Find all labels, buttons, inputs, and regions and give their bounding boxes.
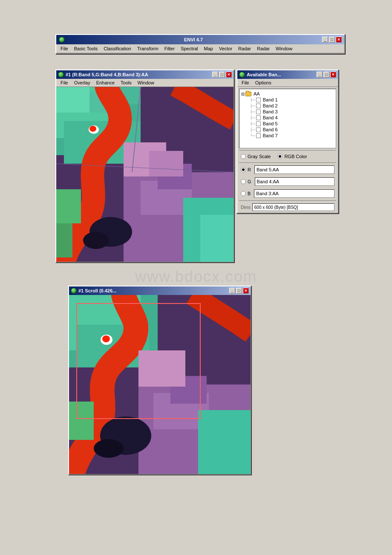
iv-menu-enhance[interactable]: Enhance bbox=[94, 79, 117, 86]
bands-title: Available Ban... bbox=[247, 72, 281, 77]
grayscale-radio[interactable] bbox=[241, 154, 246, 159]
band-item-1[interactable]: ├─ Band 1 bbox=[241, 97, 334, 103]
iv-close[interactable]: ✕ bbox=[226, 72, 232, 78]
band-tree[interactable]: ⊟ AA ├─ Band 1 ├─ Band 2 ├─ Band 3 ├─ Ba… bbox=[239, 89, 336, 148]
bands-icon bbox=[239, 72, 245, 78]
svg-rect-35 bbox=[69, 402, 94, 440]
menu-classification[interactable]: Classification bbox=[101, 45, 134, 52]
bands-window: Available Ban... _ □ ✕ File Options ⊟ AA… bbox=[236, 69, 339, 214]
band-item-2[interactable]: ├─ Band 2 bbox=[241, 103, 334, 109]
bw-menu-options[interactable]: Options bbox=[253, 79, 274, 86]
band-item-4[interactable]: ├─ Band 4 bbox=[241, 115, 334, 121]
menu-map[interactable]: Map bbox=[202, 45, 216, 52]
band-3-checkbox[interactable] bbox=[256, 110, 261, 114]
sw-minimize[interactable]: _ bbox=[229, 288, 235, 294]
dims-field[interactable] bbox=[252, 203, 334, 211]
menu-spectral[interactable]: Spectral bbox=[178, 45, 200, 52]
band-item-7[interactable]: └─ Band 7 bbox=[241, 133, 334, 139]
band-6-checkbox[interactable] bbox=[256, 127, 261, 132]
band-item-3[interactable]: ├─ Band 3 bbox=[241, 109, 334, 115]
image-viewer-controls: _ □ ✕ bbox=[212, 72, 232, 78]
r-channel-row: R bbox=[237, 164, 338, 176]
bw-maximize[interactable]: □ bbox=[323, 72, 329, 78]
bw-menu-file[interactable]: File bbox=[239, 79, 252, 86]
band-5-checkbox[interactable] bbox=[256, 121, 261, 126]
r-channel-field[interactable] bbox=[254, 165, 334, 174]
grayscale-label: Gray Scale bbox=[248, 154, 271, 159]
svg-point-34 bbox=[102, 335, 110, 342]
iv-maximize[interactable]: □ bbox=[219, 72, 225, 78]
svg-point-11 bbox=[83, 232, 109, 249]
bands-menu: File Options bbox=[237, 79, 338, 87]
image-viewer-menu: File Overlay Enhance Tools Window bbox=[56, 79, 233, 87]
main-window-controls: _ □ ✕ bbox=[322, 37, 342, 43]
iv-minimize[interactable]: _ bbox=[212, 72, 218, 78]
dims-label: Dims bbox=[241, 205, 251, 210]
scroll-title-bar: #1 Scroll (0.426... _ □ ✕ bbox=[69, 286, 251, 295]
band-7-label: Band 7 bbox=[263, 133, 278, 138]
svg-point-17 bbox=[89, 126, 96, 132]
g-channel-label: G bbox=[241, 179, 251, 184]
image-viewer-icon bbox=[58, 72, 64, 78]
menu-filter[interactable]: Filter bbox=[162, 45, 177, 52]
band-1-checkbox[interactable] bbox=[256, 98, 261, 102]
iv-menu-tools[interactable]: Tools bbox=[118, 79, 134, 86]
band-7-checkbox[interactable] bbox=[256, 133, 261, 138]
rgb-radio-group[interactable]: RGB Color bbox=[277, 154, 307, 159]
iv-menu-overlay[interactable]: Overlay bbox=[72, 79, 93, 86]
svg-rect-18 bbox=[56, 189, 81, 223]
close-button[interactable]: ✕ bbox=[336, 37, 342, 43]
band-3-label: Band 3 bbox=[263, 109, 278, 114]
band-4-checkbox[interactable] bbox=[256, 116, 261, 120]
tree-collapse-icon[interactable]: ⊟ bbox=[241, 92, 245, 96]
b-label: B bbox=[248, 191, 251, 196]
g-label: G bbox=[248, 179, 251, 184]
menu-radar[interactable]: Radar bbox=[254, 45, 272, 52]
r-label: R bbox=[248, 167, 251, 172]
band-5-label: Band 5 bbox=[263, 121, 278, 126]
b-channel-row: B bbox=[237, 188, 338, 199]
rgb-radio[interactable] bbox=[277, 154, 282, 159]
sw-maximize[interactable]: □ bbox=[236, 288, 242, 294]
rgb-label: RGB Color bbox=[284, 154, 307, 159]
image-viewer-title-bar: #1 (R:Band 5,G:Band 4,B:Band 3):AA _ □ ✕ bbox=[56, 70, 233, 79]
bw-close[interactable]: ✕ bbox=[330, 72, 336, 78]
maximize-button[interactable]: □ bbox=[329, 37, 335, 43]
svg-rect-4 bbox=[56, 87, 89, 113]
satellite-image-display[interactable] bbox=[56, 87, 233, 262]
scroll-image-display[interactable] bbox=[69, 295, 251, 474]
r-channel-label: R bbox=[241, 167, 251, 172]
g-radio[interactable] bbox=[241, 179, 246, 184]
band-item-6[interactable]: ├─ Band 6 bbox=[241, 127, 334, 133]
menu-window[interactable]: Window bbox=[273, 45, 295, 52]
menu-basic-tools[interactable]: Basic Tools bbox=[72, 45, 100, 52]
svg-rect-19 bbox=[56, 223, 72, 257]
svg-rect-32 bbox=[138, 350, 185, 387]
band-4-label: Band 4 bbox=[263, 115, 278, 120]
bw-minimize[interactable]: _ bbox=[317, 72, 323, 78]
menu-topographic[interactable]: Radar bbox=[236, 45, 254, 52]
iv-menu-window[interactable]: Window bbox=[135, 79, 157, 86]
grayscale-radio-group[interactable]: Gray Scale bbox=[241, 154, 271, 159]
g-channel-field[interactable] bbox=[255, 177, 334, 186]
scroll-svg bbox=[69, 295, 251, 474]
sw-close[interactable]: ✕ bbox=[243, 288, 249, 294]
envi-title: ENVI 4.7 bbox=[65, 37, 322, 42]
minimize-button[interactable]: _ bbox=[322, 37, 328, 43]
tree-root-label: AA bbox=[254, 91, 260, 96]
envi-title-bar: ENVI 4.7 _ □ ✕ bbox=[56, 35, 344, 44]
band-2-checkbox[interactable] bbox=[256, 104, 261, 108]
iv-menu-file[interactable]: File bbox=[58, 79, 71, 86]
scroll-icon bbox=[71, 288, 77, 294]
r-radio[interactable] bbox=[241, 167, 246, 172]
menu-vector[interactable]: Vector bbox=[216, 45, 235, 52]
scroll-title: #1 Scroll (0.426... bbox=[78, 288, 116, 293]
image-viewer-title: #1 (R:Band 5,G:Band 4,B:Band 3):AA bbox=[66, 72, 148, 77]
b-channel-field[interactable] bbox=[254, 189, 334, 198]
menu-file[interactable]: File bbox=[58, 45, 71, 52]
envi-main-window: ENVI 4.7 _ □ ✕ File Basic Tools Classifi… bbox=[55, 34, 345, 54]
menu-transform[interactable]: Transform bbox=[135, 45, 161, 52]
b-radio[interactable] bbox=[241, 191, 246, 196]
image-viewer-window: #1 (R:Band 5,G:Band 4,B:Band 3):AA _ □ ✕… bbox=[55, 69, 234, 263]
band-item-5[interactable]: ├─ Band 5 bbox=[241, 121, 334, 127]
